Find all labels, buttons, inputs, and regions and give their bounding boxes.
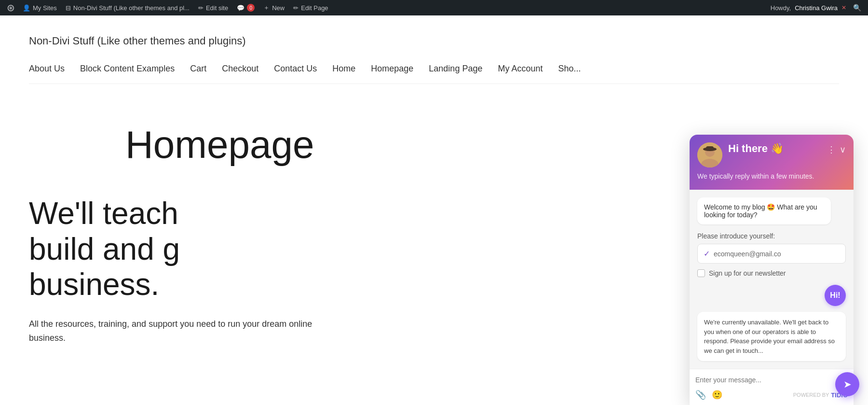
search-icon[interactable]: 🔍 [850,4,864,12]
admin-bar-edit-page[interactable]: ✏ Edit Page [289,0,332,15]
nav-home[interactable]: Home [325,62,363,76]
admin-bar: ⊛ 👤 My Sites ⊟ Non-Divi Stuff (Like othe… [0,0,868,15]
chat-collapse-icon[interactable]: ∨ [840,144,846,155]
person-icon: 👤 [23,4,30,12]
chat-intro-label: Please introduce yourself: [697,232,846,240]
site-navigation: About Us Block Content Examples Cart Che… [29,62,839,84]
admin-bar-comments[interactable]: 💬 0 [233,0,258,15]
nav-checkout[interactable]: Checkout [214,62,266,76]
powered-by-label: POWERED BY [793,392,829,398]
newsletter-checkbox-input[interactable] [697,269,705,277]
chat-input-toolbar: 📎 🙂 POWERED BY TIDIO [695,390,848,400]
my-sites-label: My Sites [33,4,57,12]
nav-landing-page[interactable]: Landing Page [421,62,490,76]
new-label: New [272,4,285,12]
chat-message-input[interactable] [695,374,848,386]
edit-page-icon: ✏ [293,4,298,12]
chat-input-area: 📎 🙂 POWERED BY TIDIO [690,369,854,405]
nav-homepage[interactable]: Homepage [363,62,421,76]
nav-about-us[interactable]: About Us [29,62,72,76]
admin-bar-new[interactable]: ＋ New [259,0,288,15]
admin-bar-my-sites[interactable]: 👤 My Sites [19,0,61,15]
chat-header: Hi there 👋 ⋮ ∨ We typically reply within… [690,135,854,190]
plus-icon: ＋ [263,3,270,12]
chat-unavailable-message: We're currently unavailable. We'll get b… [697,312,846,361]
comment-icon: 💬 [237,4,244,12]
chat-send-button[interactable]: ➤ [835,372,859,396]
svg-rect-4 [706,146,714,150]
nav-contact-us[interactable]: Contact Us [266,62,325,76]
chat-body[interactable]: Welcome to my blog 🤩 What are you lookin… [690,190,854,369]
site-title: Non-Divi Stuff (Like other themes and pl… [29,35,839,47]
chat-agent-avatar [697,142,722,168]
body-text: All the resources, training, and support… [29,317,318,345]
admin-bar-site-name[interactable]: ⊟ Non-Divi Stuff (Like other themes and … [62,0,193,15]
nav-block-content[interactable]: Block Content Examples [72,62,182,76]
admin-bar-edit-site[interactable]: ✏ Edit site [194,0,232,15]
site-name-label: Non-Divi Stuff (Like other themes and pl… [73,4,190,12]
nav-my-account[interactable]: My Account [490,62,550,76]
check-icon: ✓ [704,249,710,258]
chat-options-icon[interactable]: ⋮ [827,144,836,155]
send-icon: ➤ [843,378,852,390]
howdy-text: Howdy, [771,4,791,12]
chat-email-field[interactable]: ✓ ecomqueen@gmail.co [697,244,846,264]
nav-shop[interactable]: Sho... [550,62,588,76]
edit-site-label: Edit site [206,4,228,12]
chat-subtitle: We typically reply within a few minutes. [697,172,846,180]
user-avatar-icon[interactable]: ✕ [841,4,846,11]
edit-page-label: Edit Page [301,4,328,12]
nav-cart[interactable]: Cart [182,62,214,76]
emoji-icon[interactable]: 🙂 [712,390,722,400]
wordpress-logo-icon[interactable]: ⊛ [4,2,18,14]
user-name[interactable]: Christina Gwira [795,4,838,12]
chat-widget: Hi there 👋 ⋮ ∨ We typically reply within… [690,135,854,405]
newsletter-label: Sign up for our newsletter [709,269,786,277]
chat-newsletter-checkbox[interactable]: Sign up for our newsletter [697,267,846,279]
chat-greeting: Hi there 👋 [728,142,821,155]
chat-hi-bubble: Hi! [825,285,846,306]
chat-intro-section: Please introduce yourself: ✓ ecomqueen@g… [697,230,846,279]
chat-welcome-message: Welcome to my blog 🤩 What are you lookin… [697,197,831,224]
edit-site-icon: ✏ [198,4,203,12]
dashboard-icon: ⊟ [66,4,71,12]
chat-email-value: ecomqueen@gmail.co [714,250,781,258]
comment-count: 0 [247,4,255,12]
attach-icon[interactable]: 📎 [695,390,706,400]
